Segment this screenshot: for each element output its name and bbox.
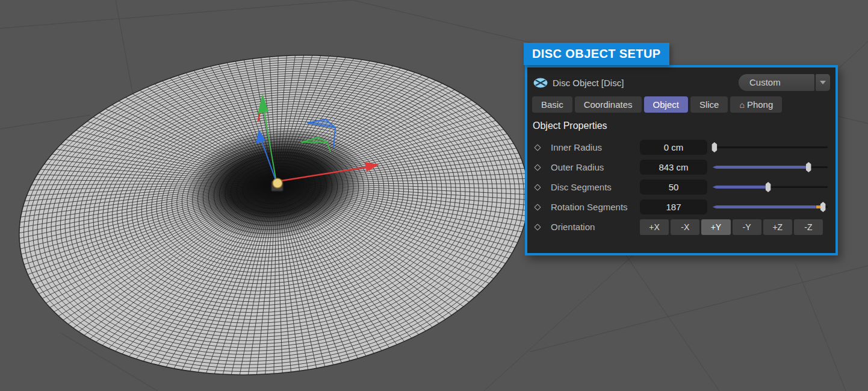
- disc-segments-value-field[interactable]: 50: [640, 180, 707, 195]
- diamond-icon: [532, 165, 543, 170]
- panel-title-tab: DISC OBJECT SETUP: [524, 43, 669, 65]
- tab-bar: BasicCoordinatesObjectSlice⌂Phong: [532, 96, 782, 113]
- object-properties: Inner Radius0 cmOuter Radius843 cmDisc S…: [532, 137, 828, 237]
- application-window: DISC OBJECT SETUP Disc Object [Disc] Cus…: [0, 0, 868, 391]
- property-row-inner-radius: Inner Radius0 cm: [532, 137, 828, 157]
- tab-slice[interactable]: Slice: [690, 96, 728, 113]
- slider-handle[interactable]: [806, 162, 811, 172]
- orientation-button-plusminus-z[interactable]: +Z: [763, 219, 792, 235]
- preset-dropdown-button[interactable]: [816, 74, 830, 91]
- tab-label: Slice: [699, 99, 719, 110]
- orientation-button-minus-y[interactable]: -Y: [733, 219, 761, 235]
- outer-radius-value-field[interactable]: 843 cm: [640, 160, 707, 175]
- tab-label: Coordinates: [584, 99, 633, 110]
- property-label: Rotation Segments: [551, 202, 640, 212]
- property-label: Disc Segments: [551, 182, 640, 192]
- property-label: Orientation: [551, 222, 640, 232]
- slider-handle[interactable]: [711, 142, 717, 152]
- tab-label: Object: [653, 99, 679, 110]
- orientation-button-plusminus-y[interactable]: +Y: [701, 219, 730, 235]
- object-header-row: Disc Object [Disc] Custom: [533, 74, 830, 92]
- panel-title: DISC OBJECT SETUP: [532, 47, 661, 60]
- disc-object-icon: [533, 78, 548, 88]
- tab-phong[interactable]: ⌂Phong: [730, 96, 782, 113]
- tab-label: Phong: [747, 99, 773, 110]
- slider-fill: [712, 166, 808, 169]
- preset-dropdown[interactable]: Custom: [739, 74, 830, 91]
- disc-segments-slider[interactable]: [712, 182, 828, 192]
- orientation-button-plusminus-x[interactable]: +X: [640, 219, 669, 235]
- slider-fill: [712, 186, 768, 189]
- diamond-icon: [532, 145, 543, 150]
- tab-basic[interactable]: Basic: [532, 96, 572, 113]
- outer-radius-slider[interactable]: [712, 162, 828, 172]
- section-title: Object Properties: [533, 120, 607, 131]
- diamond-icon: [532, 185, 543, 190]
- orientation-button-minus-z[interactable]: -Z: [794, 219, 823, 235]
- preset-value[interactable]: Custom: [739, 74, 814, 91]
- orientation-button-group: +X-X+Y-Y+Z-Z: [640, 219, 823, 235]
- attributes-panel: Disc Object [Disc] Custom BasicCoordinat…: [525, 65, 838, 255]
- rotation-segments-value-field[interactable]: 187: [640, 199, 707, 214]
- tab-object[interactable]: Object: [644, 96, 688, 113]
- phong-tag-icon: ⌂: [739, 100, 744, 110]
- slider-handle[interactable]: [766, 182, 771, 192]
- property-row-outer-radius: Outer Radius843 cm: [532, 157, 828, 177]
- property-label: Outer Radius: [551, 162, 640, 172]
- slider-fill: [712, 205, 816, 208]
- slider-track[interactable]: [712, 146, 828, 148]
- diamond-icon: [532, 225, 543, 230]
- inner-radius-value-field[interactable]: 0 cm: [640, 140, 707, 155]
- property-row-orientation: Orientation+X-X+Y-Y+Z-Z: [532, 217, 828, 237]
- tab-coordinates[interactable]: Coordinates: [575, 96, 642, 113]
- tab-label: Basic: [541, 99, 563, 110]
- chevron-down-icon: [820, 81, 826, 87]
- rotation-segments-slider[interactable]: [712, 202, 828, 212]
- property-row-rotation-segments: Rotation Segments187: [532, 197, 828, 217]
- property-label: Inner Radius: [551, 142, 640, 152]
- diamond-icon: [532, 205, 543, 210]
- property-row-disc-segments: Disc Segments50: [532, 177, 828, 197]
- orientation-button-minus-x[interactable]: -X: [671, 219, 699, 235]
- slider-handle[interactable]: [820, 202, 826, 212]
- inner-radius-slider[interactable]: [712, 142, 828, 152]
- pivot-sphere[interactable]: [273, 178, 282, 188]
- object-title: Disc Object [Disc]: [553, 78, 624, 88]
